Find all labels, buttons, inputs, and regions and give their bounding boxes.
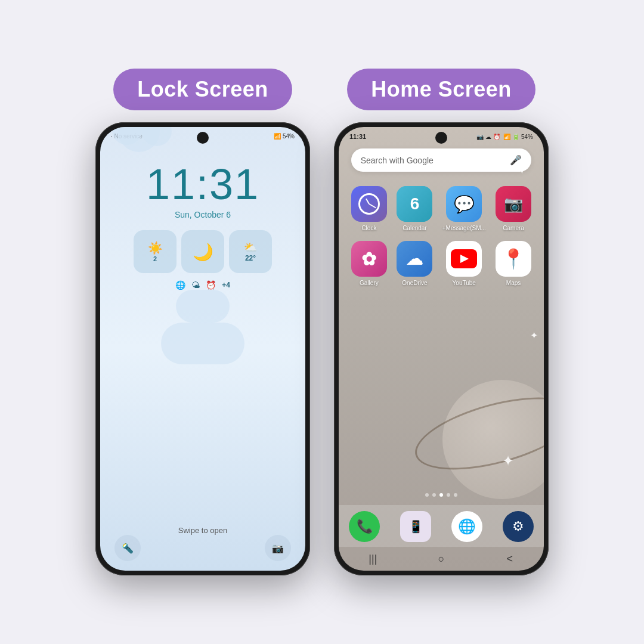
wifi-icon: 📶 [274,133,281,140]
cloud-icon: ⛅ [244,241,257,254]
page-dot-1 [425,493,429,497]
app-item-youtube[interactable]: YouTube [442,241,486,286]
calendar-number: 6 [410,196,420,212]
youtube-play-icon [460,255,469,263]
cloud-bottom [161,323,244,364]
lock-screen-badge: Lock Screen [113,69,292,110]
dock-settings-icon: ⚙ [503,511,534,542]
flashlight-icon: 🔦 [122,543,134,554]
youtube-play-button [451,249,477,268]
home-screen-section: Home Screen 11:31 📷 ☁ ⏰ 📶 🔋 54% ✦ Search… [334,69,549,575]
dock-item-settings[interactable]: ⚙ [503,511,534,542]
app-item-clock[interactable]: Clock [351,186,388,231]
lock-camera-notch [197,132,209,144]
lock-widgets: ☀️ 2 🌙 ⛅ 22° [134,230,272,273]
weather-widget: ☀️ 2 [134,230,177,273]
cloud-weather-icon: 🌤 [191,280,200,290]
nav-back-button[interactable]: < [500,552,519,566]
lock-screen-bg: · No service 📶 54% 11:31 Sun, October 6 … [100,127,305,571]
page-dot-4 [447,493,450,497]
onedrive-app-icon: ☁ [397,241,432,277]
calendar-app-icon: 6 [397,186,432,222]
clock-face [358,193,380,215]
dock-phone-icon: 📞 [349,511,380,542]
nav-recents-button[interactable]: ||| [363,552,382,566]
lock-app-row: 🌐 🌤 ⏰ +4 [175,280,230,290]
phone-icon: 📞 [357,519,373,534]
app-item-gallery[interactable]: ✿ Gallery [351,241,388,286]
home-screen-phone-frame: 11:31 📷 ☁ ⏰ 📶 🔋 54% ✦ Search with Google… [334,122,549,575]
dock-samsung-icon: 📱 [400,511,431,542]
lock-bottom-icons: 🔦 📷 [100,535,305,561]
lock-battery: 54% [283,133,295,140]
lock-screen-section: Lock Screen · No service 📶 54% 11:31 Sun… [95,69,310,575]
app-item-calendar[interactable]: 6 Calendar [397,186,433,231]
sparkle-bottom-icon: ✦ [502,453,514,469]
page-dot-3-active [439,493,443,497]
clock-icon: ⏰ [206,280,216,290]
onedrive-app-label: OneDrive [402,280,427,286]
home-camera-notch [435,132,447,144]
temp-value: 22° [245,254,256,262]
calendar-inner: 6 [397,186,432,222]
dock-chrome-icon: 🌐 [451,511,482,542]
dock-item-samsung[interactable]: 📱 [400,511,431,542]
app-item-camera[interactable]: 📷 Camera [496,186,532,231]
onedrive-icon: ☁ [406,249,423,269]
home-icon: ○ [438,553,445,565]
lock-status-right: 📶 54% [274,133,295,140]
search-bar-text: Search with Google [361,156,434,165]
cloud-top-right [176,290,230,323]
home-screen-display: 11:31 📷 ☁ ⏰ 📶 🔋 54% ✦ Search with Google… [339,127,544,571]
flashlight-button[interactable]: 🔦 [114,535,141,561]
gallery-app-label: Gallery [360,280,379,286]
home-status-left: 11:31 [349,133,366,140]
gallery-app-icon: ✿ [351,241,387,277]
lock-date: Sun, October 6 [175,210,231,219]
youtube-inner [446,241,482,277]
moon-icon: 🌙 [193,242,213,262]
globe-icon: 🌐 [175,280,185,290]
gallery-icon: ✿ [361,249,376,270]
camera-app-icon: 📷 [496,186,531,222]
lock-screen-phone-frame: · No service 📶 54% 11:31 Sun, October 6 … [95,122,310,575]
app-item-message[interactable]: 💬 +Message(SM... [442,186,486,231]
app-item-maps[interactable]: 📍 Maps [496,241,532,286]
search-bar[interactable]: Search with Google 🎤 [351,148,532,172]
clock-minute-hand [369,203,376,208]
recents-icon: ||| [369,553,377,565]
app-item-onedrive[interactable]: ☁ OneDrive [397,241,433,286]
plus-more-label: +4 [222,281,230,289]
samsung-icon: 📱 [408,519,423,534]
calendar-app-label: Calendar [402,225,427,231]
lock-time: 11:31 [146,160,259,209]
camera-app-icon-symbol: 📷 [504,195,523,213]
clock-app-label: Clock [361,225,376,231]
maps-app-label: Maps [506,280,521,286]
app-grid: Clock 6 Calendar 💬 [351,186,532,286]
temp-widget: ⛅ 22° [229,230,272,273]
page-dot-2 [432,493,436,497]
home-status-right: 📷 ☁ ⏰ 📶 🔋 54% [476,134,533,140]
clock-app-icon [351,186,387,222]
nav-bar: ||| ○ < [339,547,544,571]
message-app-icon: 💬 [446,186,482,222]
sun-icon: ☀️ [148,241,163,255]
youtube-app-label: YouTube [453,280,476,286]
back-icon: < [506,553,513,565]
camera-icon: 📷 [272,543,284,554]
maps-inner: 📍 [496,241,531,277]
dock-item-chrome[interactable]: 🌐 [451,511,482,542]
camera-app-label: Camera [503,225,524,231]
nav-home-button[interactable]: ○ [432,552,451,566]
home-status-bar: 11:31 📷 ☁ ⏰ 📶 🔋 54% [339,127,544,143]
page-dots [425,493,457,497]
dock-item-phone[interactable]: 📞 [349,511,380,542]
lock-screen-display: · No service 📶 54% 11:31 Sun, October 6 … [100,127,305,571]
sparkle-mid-icon: ✦ [530,330,538,341]
camera-button[interactable]: 📷 [265,535,291,561]
swipe-to-open: Swipe to open [178,526,227,535]
dock: 📞 📱 🌐 ⚙ [339,505,544,547]
settings-icon: ⚙ [512,519,524,534]
sparkle-top-icon: ✦ [517,163,527,177]
